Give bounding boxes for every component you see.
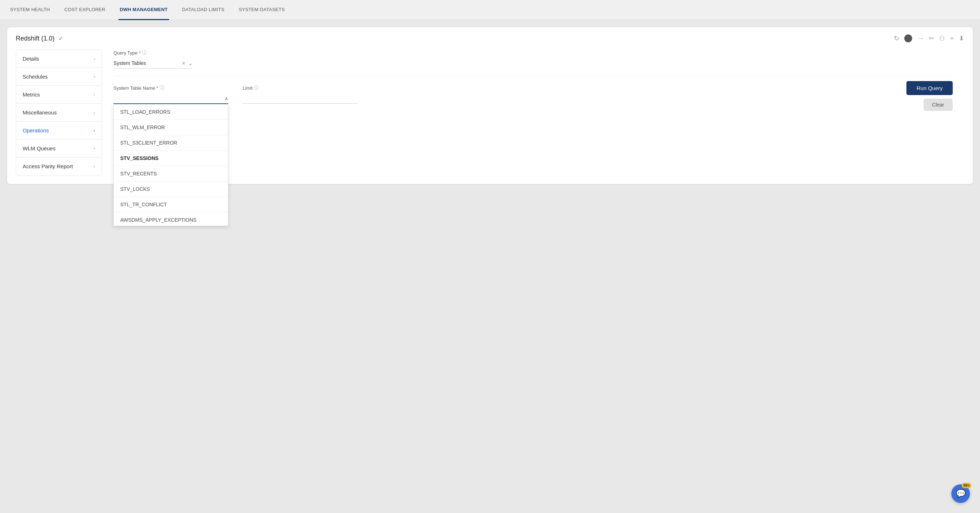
form-row-2: System Table Name * ⓘ ∧ STL_LOAD_ERRORSS… (113, 85, 953, 104)
limit-info-icon[interactable]: ⓘ (254, 85, 258, 91)
chat-badge: 99+ (962, 483, 971, 488)
card-header: Redshift (1.0) ✓ ↻ → ✂ ⚇ + ⬇ (16, 35, 964, 42)
query-type-select[interactable]: System Tables ✕ ⌄ (113, 58, 192, 68)
sidebar-label: Access Parity Report (22, 163, 73, 169)
system-table-input[interactable] (113, 95, 222, 101)
sidebar-label: WLM Queues (22, 145, 56, 151)
nav-tab-system-datasets[interactable]: SYSTEM DATASETS (237, 0, 286, 20)
nav-tab-dwh-management[interactable]: DWH MANAGEMENT (118, 0, 169, 20)
arrow-icon[interactable]: → (917, 35, 924, 42)
status-circle-icon (904, 35, 912, 42)
dropdown-item-awsdms_apply_exceptions[interactable]: AWSDMS_APPLY_EXCEPTIONS (114, 212, 228, 226)
sidebar-item-schedules[interactable]: Schedules› (16, 68, 102, 86)
chevron-icon: › (94, 146, 95, 151)
button-area: Run Query Clear (907, 81, 953, 111)
sidebar-label: Metrics (22, 92, 40, 98)
query-type-info-icon[interactable]: ⓘ (142, 49, 147, 56)
sidebar-item-metrics[interactable]: Metrics› (16, 86, 102, 104)
dropdown-item-stl_s3client_error[interactable]: STL_S3CLIENT_ERROR (114, 135, 228, 151)
cut-icon[interactable]: ✂ (929, 35, 934, 42)
content-area: Query Type * ⓘ System Tables ✕ ⌄ (102, 49, 964, 175)
dropdown-item-stv_locks[interactable]: STV_LOCKS (114, 181, 228, 197)
query-type-section: Query Type * ⓘ System Tables ✕ ⌄ (113, 49, 953, 68)
nav-tab-dataload-limits[interactable]: DATALOAD LIMITS (181, 0, 226, 20)
main-area: Redshift (1.0) ✓ ↻ → ✂ ⚇ + ⬇ Details›Sch… (0, 20, 980, 513)
download-icon[interactable]: ⬇ (959, 35, 964, 42)
limit-section: Limit ⓘ (243, 85, 358, 104)
card-title-container: Redshift (1.0) ✓ (16, 35, 64, 42)
system-table-field[interactable]: ∧ (113, 93, 228, 104)
dropdown-item-stl_wlm_error[interactable]: STL_WLM_ERROR (114, 120, 228, 135)
limit-label: Limit ⓘ (243, 85, 358, 91)
chat-bubble[interactable]: 💬 99+ (951, 484, 970, 503)
nav-tab-cost-explorer[interactable]: COST EXPLORER (63, 0, 107, 20)
chat-icon: 💬 (956, 489, 966, 498)
refresh-icon[interactable]: ↻ (894, 35, 899, 42)
dropdown-item-stv_recents[interactable]: STV_RECENTS (114, 166, 228, 181)
required-star: * (139, 50, 141, 56)
card-title-text: Redshift (1.0) (16, 35, 54, 42)
sidebar-label: Details (22, 56, 39, 62)
sidebar-item-miscellaneous[interactable]: Miscellaneous› (16, 104, 102, 122)
header-actions: ↻ → ✂ ⚇ + ⬇ (894, 35, 964, 42)
query-type-value: System Tables (113, 60, 179, 66)
system-table-label: System Table Name * ⓘ (113, 85, 228, 91)
chevron-icon: › (94, 110, 95, 115)
check-icon: ✓ (58, 35, 64, 42)
plus-icon[interactable]: + (950, 35, 954, 42)
divider-1 (113, 76, 953, 76)
query-type-label: Query Type * ⓘ (113, 49, 953, 56)
sidebar: Details›Schedules›Metrics›Miscellaneous›… (16, 49, 102, 175)
clear-button[interactable]: Clear (924, 98, 953, 111)
sidebar-item-details[interactable]: Details› (16, 50, 102, 68)
query-type-clear-icon[interactable]: ✕ (181, 60, 186, 66)
dropdown-item-stv_sessions[interactable]: STV_SESSIONS (114, 151, 228, 166)
sidebar-item-operations[interactable]: Operations› (16, 122, 102, 140)
share-icon[interactable]: ⚇ (939, 35, 945, 42)
nav-tab-system-health[interactable]: SYSTEM HEALTH (9, 0, 51, 20)
dropdown-item-stl_load_errors[interactable]: STL_LOAD_ERRORS (114, 105, 228, 120)
run-query-button[interactable]: Run Query (907, 81, 953, 95)
sidebar-label: Operations (22, 127, 49, 133)
chevron-icon: › (94, 56, 95, 61)
chevron-icon: › (94, 92, 95, 97)
sidebar-item-wlm-queues[interactable]: WLM Queues› (16, 140, 102, 157)
query-type-dropdown-icon[interactable]: ⌄ (188, 60, 192, 66)
chevron-icon: › (94, 74, 95, 79)
top-navigation: SYSTEM HEALTHCOST EXPLORERDWH MANAGEMENT… (0, 0, 980, 20)
limit-input[interactable] (243, 93, 358, 104)
sidebar-label: Miscellaneous (22, 110, 57, 116)
dropdown-item-stl_tr_conflict[interactable]: STL_TR_CONFLICT (114, 197, 228, 212)
card-body: Details›Schedules›Metrics›Miscellaneous›… (16, 49, 964, 175)
sidebar-item-access-parity-report[interactable]: Access Parity Report› (16, 157, 102, 175)
sidebar-label: Schedules (22, 73, 48, 79)
system-table-dropdown[interactable]: STL_LOAD_ERRORSSTL_WLM_ERRORSTL_S3CLIENT… (113, 104, 228, 226)
chevron-icon: › (94, 164, 95, 169)
chevron-icon: › (94, 128, 95, 133)
main-card: Redshift (1.0) ✓ ↻ → ✂ ⚇ + ⬇ Details›Sch… (7, 27, 973, 184)
system-table-collapse-icon[interactable]: ∧ (225, 96, 228, 101)
system-table-info-icon[interactable]: ⓘ (160, 85, 164, 91)
system-table-container: System Table Name * ⓘ ∧ STL_LOAD_ERRORSS… (113, 85, 228, 104)
required-star-2: * (156, 86, 158, 91)
